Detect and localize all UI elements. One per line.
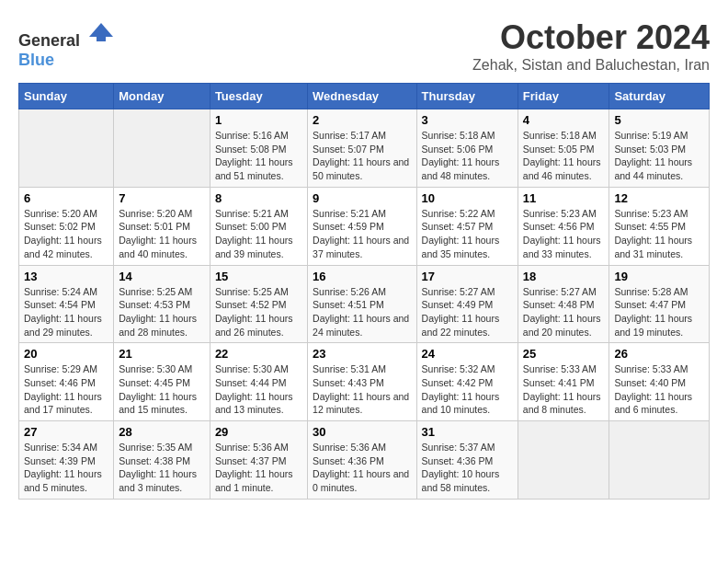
day-info: Sunrise: 5:33 AMSunset: 4:41 PMDaylight:…: [523, 362, 605, 417]
day-info: Sunrise: 5:25 AMSunset: 4:52 PMDaylight:…: [215, 285, 302, 339]
header-cell-saturday: Saturday: [609, 84, 710, 109]
calendar-cell: 29Sunrise: 5:36 AMSunset: 4:37 PMDayligh…: [210, 421, 307, 500]
day-number: 8: [215, 191, 302, 205]
day-info: Sunrise: 5:34 AMSunset: 4:39 PMDaylight:…: [24, 441, 108, 495]
day-number: 1: [215, 113, 302, 127]
day-number: 21: [119, 347, 205, 361]
day-number: 22: [215, 347, 302, 361]
day-info: Sunrise: 5:26 AMSunset: 4:51 PMDaylight:…: [313, 285, 411, 339]
calendar-cell: 2Sunrise: 5:17 AMSunset: 5:07 PMDaylight…: [308, 109, 416, 188]
day-info: Sunrise: 5:35 AMSunset: 4:38 PMDaylight:…: [119, 441, 205, 495]
calendar-cell: 12Sunrise: 5:23 AMSunset: 4:55 PMDayligh…: [609, 187, 710, 265]
calendar-week-1: 6Sunrise: 5:20 AMSunset: 5:02 PMDaylight…: [19, 187, 710, 265]
day-number: 9: [313, 191, 411, 205]
day-info: Sunrise: 5:17 AMSunset: 5:07 PMDaylight:…: [313, 129, 411, 183]
calendar-cell: 11Sunrise: 5:23 AMSunset: 4:56 PMDayligh…: [518, 187, 609, 265]
calendar-table: SundayMondayTuesdayWednesdayThursdayFrid…: [18, 83, 710, 500]
calendar-cell: 19Sunrise: 5:28 AMSunset: 4:47 PMDayligh…: [609, 265, 710, 343]
day-number: 15: [215, 270, 302, 283]
logo-icon: [87, 18, 115, 46]
calendar-cell: 8Sunrise: 5:21 AMSunset: 5:00 PMDaylight…: [210, 187, 307, 265]
day-info: Sunrise: 5:36 AMSunset: 4:36 PMDaylight:…: [313, 441, 411, 495]
day-info: Sunrise: 5:23 AMSunset: 4:55 PMDaylight:…: [614, 207, 704, 261]
calendar-week-4: 27Sunrise: 5:34 AMSunset: 4:39 PMDayligh…: [19, 421, 710, 500]
day-info: Sunrise: 5:16 AMSunset: 5:08 PMDaylight:…: [215, 129, 302, 183]
day-info: Sunrise: 5:37 AMSunset: 4:36 PMDaylight:…: [422, 441, 513, 495]
day-info: Sunrise: 5:31 AMSunset: 4:43 PMDaylight:…: [313, 362, 411, 417]
day-number: 2: [313, 113, 411, 127]
day-number: 3: [422, 113, 513, 127]
logo-blue: Blue: [18, 51, 54, 69]
day-number: 19: [614, 270, 704, 283]
day-number: 18: [523, 270, 605, 283]
calendar-cell: 30Sunrise: 5:36 AMSunset: 4:36 PMDayligh…: [308, 421, 416, 500]
day-number: 13: [24, 270, 108, 283]
calendar-cell: 5Sunrise: 5:19 AMSunset: 5:03 PMDaylight…: [609, 109, 710, 188]
calendar-cell: 16Sunrise: 5:26 AMSunset: 4:51 PMDayligh…: [308, 265, 416, 343]
calendar-cell: 7Sunrise: 5:20 AMSunset: 5:01 PMDaylight…: [114, 187, 210, 265]
calendar-header-row: SundayMondayTuesdayWednesdayThursdayFrid…: [19, 84, 710, 109]
calendar-cell: 27Sunrise: 5:34 AMSunset: 4:39 PMDayligh…: [19, 421, 114, 500]
calendar-cell: 22Sunrise: 5:30 AMSunset: 4:44 PMDayligh…: [210, 343, 307, 421]
calendar-cell: [518, 421, 609, 500]
day-number: 6: [24, 191, 108, 205]
subtitle: Zehak, Sistan and Baluchestan, Iran: [472, 57, 710, 74]
day-info: Sunrise: 5:21 AMSunset: 5:00 PMDaylight:…: [215, 207, 302, 261]
calendar-week-0: 1Sunrise: 5:16 AMSunset: 5:08 PMDaylight…: [19, 109, 710, 188]
calendar-cell: 23Sunrise: 5:31 AMSunset: 4:43 PMDayligh…: [308, 343, 416, 421]
calendar-cell: 26Sunrise: 5:33 AMSunset: 4:40 PMDayligh…: [609, 343, 710, 421]
calendar-cell: [114, 109, 210, 188]
header-cell-tuesday: Tuesday: [210, 84, 307, 109]
day-number: 16: [313, 270, 411, 283]
day-info: Sunrise: 5:28 AMSunset: 4:47 PMDaylight:…: [614, 285, 704, 339]
day-info: Sunrise: 5:18 AMSunset: 5:06 PMDaylight:…: [422, 129, 513, 183]
day-info: Sunrise: 5:24 AMSunset: 4:54 PMDaylight:…: [24, 285, 108, 339]
day-number: 31: [422, 425, 513, 439]
day-info: Sunrise: 5:25 AMSunset: 4:53 PMDaylight:…: [119, 285, 205, 339]
day-info: Sunrise: 5:19 AMSunset: 5:03 PMDaylight:…: [614, 129, 704, 183]
day-number: 29: [215, 425, 302, 439]
calendar-cell: 14Sunrise: 5:25 AMSunset: 4:53 PMDayligh…: [114, 265, 210, 343]
calendar-cell: 28Sunrise: 5:35 AMSunset: 4:38 PMDayligh…: [114, 421, 210, 500]
day-number: 10: [422, 191, 513, 205]
day-number: 12: [614, 191, 704, 205]
day-info: Sunrise: 5:20 AMSunset: 5:01 PMDaylight:…: [119, 207, 205, 261]
day-number: 30: [313, 425, 411, 439]
day-info: Sunrise: 5:22 AMSunset: 4:57 PMDaylight:…: [422, 207, 513, 261]
calendar-cell: 31Sunrise: 5:37 AMSunset: 4:36 PMDayligh…: [416, 421, 518, 500]
day-number: 17: [422, 270, 513, 283]
day-number: 7: [119, 191, 205, 205]
calendar-cell: 18Sunrise: 5:27 AMSunset: 4:48 PMDayligh…: [518, 265, 609, 343]
logo-general: General: [18, 31, 80, 50]
logo-text: General Blue: [18, 18, 115, 70]
day-info: Sunrise: 5:33 AMSunset: 4:40 PMDaylight:…: [614, 362, 704, 417]
header-cell-friday: Friday: [518, 84, 609, 109]
header-cell-wednesday: Wednesday: [308, 84, 416, 109]
calendar-cell: 20Sunrise: 5:29 AMSunset: 4:46 PMDayligh…: [19, 343, 114, 421]
day-number: 20: [24, 347, 108, 361]
day-number: 27: [24, 425, 108, 439]
day-info: Sunrise: 5:27 AMSunset: 4:48 PMDaylight:…: [523, 285, 605, 339]
day-info: Sunrise: 5:30 AMSunset: 4:45 PMDaylight:…: [119, 362, 205, 417]
svg-rect-0: [97, 37, 106, 41]
day-number: 14: [119, 270, 205, 283]
day-number: 11: [523, 191, 605, 205]
header-cell-thursday: Thursday: [416, 84, 518, 109]
calendar-week-3: 20Sunrise: 5:29 AMSunset: 4:46 PMDayligh…: [19, 343, 710, 421]
calendar-cell: 10Sunrise: 5:22 AMSunset: 4:57 PMDayligh…: [416, 187, 518, 265]
calendar-cell: 17Sunrise: 5:27 AMSunset: 4:49 PMDayligh…: [416, 265, 518, 343]
day-number: 26: [614, 347, 704, 361]
day-info: Sunrise: 5:30 AMSunset: 4:44 PMDaylight:…: [215, 362, 302, 417]
day-number: 4: [523, 113, 605, 127]
calendar-cell: [19, 109, 114, 188]
header-cell-monday: Monday: [114, 84, 210, 109]
day-info: Sunrise: 5:36 AMSunset: 4:37 PMDaylight:…: [215, 441, 302, 495]
day-number: 23: [313, 347, 411, 361]
calendar-cell: 3Sunrise: 5:18 AMSunset: 5:06 PMDaylight…: [416, 109, 518, 188]
main-title: October 2024: [472, 18, 710, 57]
header: General Blue October 2024 Zehak, Sistan …: [18, 18, 710, 74]
day-number: 28: [119, 425, 205, 439]
calendar-cell: 9Sunrise: 5:21 AMSunset: 4:59 PMDaylight…: [308, 187, 416, 265]
calendar-cell: 6Sunrise: 5:20 AMSunset: 5:02 PMDaylight…: [19, 187, 114, 265]
calendar-cell: 1Sunrise: 5:16 AMSunset: 5:08 PMDaylight…: [210, 109, 307, 188]
